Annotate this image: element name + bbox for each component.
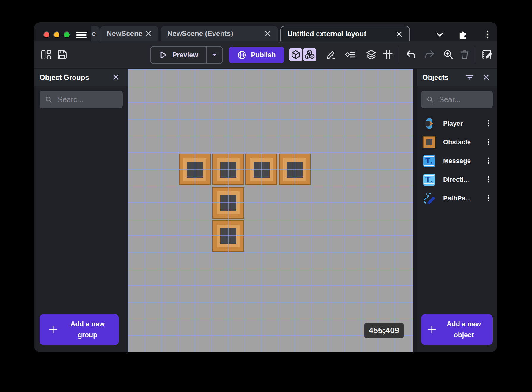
- zoom-in-icon[interactable]: [442, 48, 455, 61]
- plus-icon: [48, 324, 59, 335]
- preview-button[interactable]: Preview: [150, 46, 223, 64]
- publish-button-label: Publish: [251, 51, 276, 59]
- search-input[interactable]: [439, 95, 493, 104]
- object-name: Player: [443, 120, 463, 127]
- search-icon: [45, 95, 52, 104]
- kebab-menu-icon[interactable]: [483, 174, 494, 185]
- svg-text:x: x: [430, 160, 433, 165]
- close-icon[interactable]: [396, 31, 403, 38]
- svg-text:x: x: [430, 178, 433, 184]
- panel-title: Object Groups: [40, 73, 89, 82]
- filter-icon[interactable]: [464, 72, 475, 83]
- hamburger-menu-icon[interactable]: [76, 30, 87, 39]
- trash-icon[interactable]: [458, 48, 471, 61]
- tile-core: [220, 195, 236, 211]
- undo-icon[interactable]: [404, 48, 418, 61]
- kebab-menu-icon[interactable]: [483, 137, 494, 147]
- tab-label: Untitled external layout: [287, 30, 366, 38]
- tile-core: [287, 162, 303, 178]
- tile-bevel: [217, 158, 240, 181]
- obstacle-instance[interactable]: [179, 154, 211, 185]
- object-row-directions[interactable]: Tx Directi...: [417, 170, 497, 189]
- extensions-puzzle-icon[interactable]: [457, 29, 469, 41]
- object-row-player[interactable]: Player: [417, 114, 497, 133]
- scene-canvas[interactable]: 455;409: [128, 69, 413, 352]
- obstacle-instance[interactable]: [212, 154, 244, 185]
- close-icon[interactable]: [481, 72, 492, 83]
- toolbar-divider: [475, 47, 475, 63]
- kebab-menu-icon[interactable]: [483, 118, 494, 129]
- path-pencil-icon: [422, 192, 436, 205]
- preview-button-main[interactable]: Preview: [151, 47, 206, 63]
- close-icon[interactable]: [264, 30, 271, 37]
- kebab-menu-icon[interactable]: [483, 155, 494, 166]
- tab-newscene[interactable]: NewScene: [100, 26, 158, 41]
- panels-layout-icon[interactable]: [40, 48, 53, 61]
- add-group-button[interactable]: Add a new group: [40, 314, 119, 345]
- preview-dropdown[interactable]: [206, 47, 222, 63]
- editor-content: Object Groups Add a new group: [34, 69, 497, 352]
- object-row-obstacle[interactable]: Obstacle: [417, 133, 497, 151]
- tab-partial[interactable]: e: [91, 26, 100, 41]
- obstacle-icon: [422, 135, 436, 149]
- instances-list-icon[interactable]: [344, 48, 357, 61]
- object-name: PathPa...: [443, 195, 471, 202]
- app-window: e NewScene NewScene (Events) Untitled ex…: [34, 22, 497, 352]
- tile-bevel: [250, 158, 273, 181]
- search-icon: [426, 95, 434, 104]
- object-row-message[interactable]: Tx Message: [417, 151, 497, 170]
- add-object-button[interactable]: Add a new object: [421, 314, 493, 345]
- instances-cubes-icon[interactable]: [303, 48, 316, 61]
- tile-bevel: [283, 158, 306, 181]
- objects-header: Objects: [417, 69, 497, 86]
- player-icon: [422, 117, 436, 130]
- tab-newscene-events[interactable]: NewScene (Events): [161, 26, 278, 41]
- kebab-menu-icon[interactable]: [481, 29, 493, 41]
- object-name: Obstacle: [443, 138, 471, 146]
- layers-icon[interactable]: [365, 48, 378, 61]
- tile-bevel: [217, 191, 240, 214]
- window-minimize-button[interactable]: [53, 31, 60, 38]
- search-input[interactable]: [58, 95, 123, 104]
- object-row-pathpaint[interactable]: PathPa...: [417, 189, 497, 208]
- plus-icon: [426, 324, 437, 335]
- cursor-coordinates-badge: 455;409: [364, 323, 404, 338]
- add-object-label: Add a new object: [443, 319, 487, 341]
- chevron-down-icon[interactable]: [434, 29, 446, 41]
- tab-partial-label: e: [92, 29, 96, 38]
- object-groups-search[interactable]: [40, 91, 123, 108]
- add-group-label: Add a new group: [67, 319, 111, 341]
- kebab-menu-icon[interactable]: [483, 193, 494, 203]
- play-icon: [159, 50, 168, 59]
- obstacle-instance[interactable]: [279, 154, 311, 185]
- globe-icon: [237, 50, 247, 60]
- obstacle-instance[interactable]: [245, 154, 277, 185]
- text-object-icon: Tx: [422, 173, 436, 186]
- pencil-icon[interactable]: [324, 48, 337, 61]
- tab-untitled-external-layout[interactable]: Untitled external layout: [280, 26, 410, 41]
- 3d-box-icon[interactable]: [289, 48, 302, 61]
- objects-list: Player Obstacle: [417, 114, 497, 208]
- publish-button[interactable]: Publish: [229, 47, 284, 63]
- window-zoom-button[interactable]: [64, 31, 70, 38]
- obstacle-instance[interactable]: [212, 187, 244, 219]
- toolbar: Preview Publish: [34, 41, 497, 68]
- object-groups-header: Object Groups: [34, 69, 128, 86]
- redo-icon[interactable]: [423, 48, 436, 61]
- close-icon[interactable]: [145, 30, 152, 37]
- desktop-background: e NewScene NewScene (Events) Untitled ex…: [0, 0, 532, 392]
- objects-search[interactable]: [421, 91, 493, 108]
- canvas-grid: [128, 69, 413, 352]
- objects-panel: Objects: [417, 69, 497, 352]
- tab-bar: e NewScene NewScene (Events) Untitled ex…: [34, 22, 497, 41]
- svg-text:T: T: [425, 175, 430, 184]
- edit-properties-icon[interactable]: [481, 48, 494, 61]
- tile-bevel: [217, 225, 240, 247]
- obstacle-instance[interactable]: [212, 220, 244, 252]
- grid-icon[interactable]: [381, 48, 394, 61]
- toolbar-divider: [399, 47, 399, 63]
- object-name: Directi...: [443, 176, 469, 184]
- save-icon[interactable]: [56, 48, 69, 61]
- close-icon[interactable]: [111, 72, 121, 83]
- window-close-button[interactable]: [43, 31, 50, 38]
